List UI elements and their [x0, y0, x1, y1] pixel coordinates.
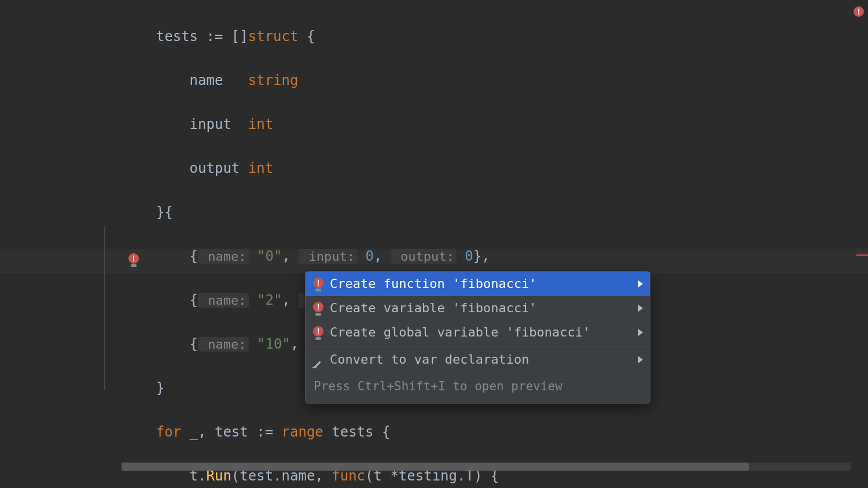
error-bulb-icon: [312, 326, 330, 339]
param-hint: input:: [299, 249, 357, 264]
scope-guide: [104, 227, 105, 390]
pencil-icon: [312, 354, 330, 365]
intention-item-convert-var[interactable]: Convert to var declaration: [306, 347, 650, 372]
chevron-right-icon: [638, 280, 643, 287]
intention-item-label: Convert to var declaration: [330, 349, 638, 371]
editor-gutter: [0, 0, 122, 488]
code-area[interactable]: tests := []struct { name string input in…: [123, 3, 868, 488]
param-hint: name:: [198, 249, 248, 264]
intention-item-label: Create global variable 'fibonacci': [330, 321, 638, 343]
intention-item-create-function[interactable]: Create function 'fibonacci': [306, 272, 650, 296]
horizontal-scrollbar[interactable]: [122, 463, 851, 471]
error-bulb-icon: [312, 302, 330, 315]
intention-actions-popup: Create function 'fibonacci' Create varia…: [305, 271, 650, 404]
scrollbar-thumb[interactable]: [122, 463, 749, 471]
intention-item-label: Create variable 'fibonacci': [330, 297, 638, 319]
param-hint: name:: [198, 293, 248, 308]
chevron-right-icon: [638, 305, 643, 312]
error-bulb-icon: [312, 278, 330, 290]
param-hint: output:: [391, 249, 457, 264]
code-editor[interactable]: tests := []struct { name string input in…: [0, 0, 868, 488]
chevron-right-icon: [638, 356, 643, 363]
intention-item-label: Create function 'fibonacci': [330, 273, 638, 295]
param-hint: name:: [198, 337, 248, 352]
popup-shortcut-hint: Press Ctrl+Shift+I to open preview: [306, 372, 650, 403]
intention-item-create-variable[interactable]: Create variable 'fibonacci': [306, 296, 650, 320]
popup-separator: [306, 346, 650, 346]
chevron-right-icon: [638, 329, 643, 336]
intention-item-create-global-variable[interactable]: Create global variable 'fibonacci': [306, 320, 650, 345]
